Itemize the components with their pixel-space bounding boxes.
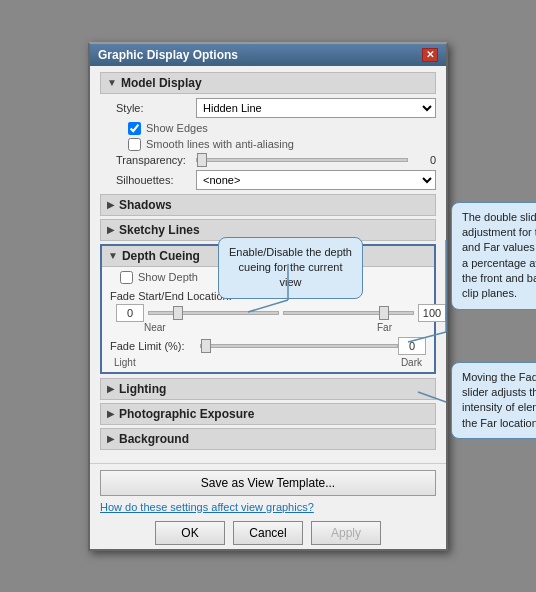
fade-limit-slider[interactable]	[200, 344, 398, 348]
lighting-arrow: ▶	[107, 383, 115, 394]
sketchy-lines-arrow: ▶	[107, 224, 115, 235]
background-label: Background	[119, 432, 189, 446]
light-dark-row: Light Dark	[110, 357, 426, 368]
transparency-value: 0	[408, 154, 436, 166]
light-label: Light	[114, 357, 136, 368]
dark-label: Dark	[401, 357, 422, 368]
help-link[interactable]: How do these settings affect view graphi…	[100, 501, 436, 513]
smooth-lines-label: Smooth lines with anti-aliasing	[146, 138, 294, 150]
shadows-label: Shadows	[119, 198, 172, 212]
far-label: Far	[377, 322, 392, 333]
lighting-section-header[interactable]: ▶ Lighting	[100, 378, 436, 400]
close-button[interactable]: ✕	[422, 48, 438, 62]
save-template-button[interactable]: Save as View Template...	[100, 470, 436, 496]
ok-button[interactable]: OK	[155, 521, 225, 545]
lighting-label: Lighting	[119, 382, 166, 396]
transparency-row: Transparency: 0	[100, 154, 436, 166]
near-label: Near	[144, 322, 166, 333]
model-display-arrow: ▼	[107, 77, 117, 88]
fade-limit-value-input[interactable]	[398, 337, 426, 355]
callout-enable-disable: Enable/Disable the depth cueing for the …	[218, 237, 363, 299]
background-arrow: ▶	[107, 433, 115, 444]
show-edges-checkbox[interactable]	[128, 122, 141, 135]
apply-button[interactable]: Apply	[311, 521, 381, 545]
smooth-lines-row: Smooth lines with anti-aliasing	[100, 138, 436, 151]
silhouettes-row: Silhouettes: <none>	[100, 170, 436, 190]
silhouettes-select[interactable]: <none>	[196, 170, 436, 190]
background-section-header[interactable]: ▶ Background	[100, 428, 436, 450]
fade-near-slider[interactable]	[148, 311, 279, 315]
fade-limit-row: Fade Limit (%):	[110, 337, 426, 355]
model-display-section-header[interactable]: ▼ Model Display	[100, 72, 436, 94]
shadows-arrow: ▶	[107, 199, 115, 210]
near-value-input[interactable]	[116, 304, 144, 322]
smooth-lines-checkbox[interactable]	[128, 138, 141, 151]
show-edges-label: Show Edges	[146, 122, 208, 134]
sketchy-lines-label: Sketchy Lines	[119, 223, 200, 237]
dialog-title: Graphic Display Options	[98, 48, 238, 62]
fade-limit-label: Fade Limit (%):	[110, 340, 200, 352]
show-edges-row: Show Edges	[100, 122, 436, 135]
bottom-section: Save as View Template... How do these se…	[90, 463, 446, 549]
transparency-slider[interactable]	[196, 158, 408, 162]
transparency-label: Transparency:	[116, 154, 196, 166]
title-bar: Graphic Display Options ✕	[90, 44, 446, 66]
button-row: OK Cancel Apply	[100, 521, 436, 545]
silhouettes-label: Silhouettes:	[116, 174, 196, 186]
photographic-exposure-section-header[interactable]: ▶ Photographic Exposure	[100, 403, 436, 425]
style-row: Style: Hidden Line	[100, 98, 436, 118]
style-select[interactable]: Hidden Line	[196, 98, 436, 118]
depth-cueing-arrow: ▼	[108, 250, 118, 261]
model-display-label: Model Display	[121, 76, 202, 90]
callout-double-slider: The double slider adjustment for the Nea…	[451, 202, 536, 310]
depth-cueing-label: Depth Cueing	[122, 249, 200, 263]
callout-fade-limit: Moving the Fade Limit slider adjusts the…	[451, 362, 536, 440]
shadows-section-header[interactable]: ▶ Shadows	[100, 194, 436, 216]
show-depth-checkbox[interactable]	[120, 271, 133, 284]
style-label: Style:	[116, 102, 196, 114]
photographic-exposure-arrow: ▶	[107, 408, 115, 419]
show-depth-label: Show Depth	[138, 271, 198, 283]
far-value-input[interactable]	[418, 304, 446, 322]
photographic-exposure-label: Photographic Exposure	[119, 407, 254, 421]
cancel-button[interactable]: Cancel	[233, 521, 303, 545]
fade-far-slider[interactable]	[283, 311, 414, 315]
